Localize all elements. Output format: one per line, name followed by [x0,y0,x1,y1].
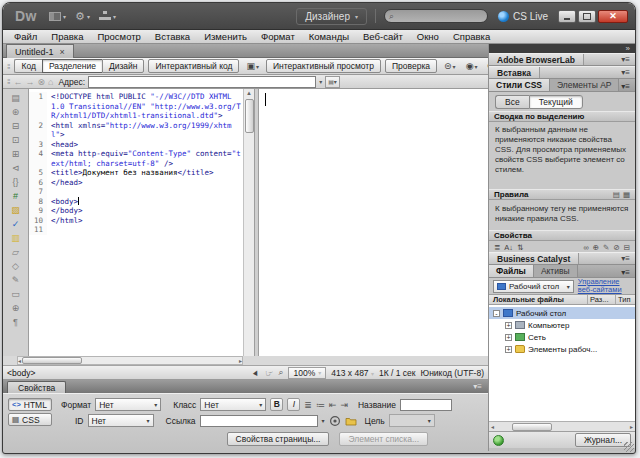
italic-button[interactable]: I [287,398,300,411]
new-css-rule-icon[interactable]: ⊕ [593,243,599,252]
scrollbar-thumb[interactable] [22,357,82,364]
show-category-view-icon[interactable]: ≣ [494,243,500,252]
css-current-button[interactable]: Текущий [529,95,583,109]
class-select[interactable]: Нет ▾ [200,398,266,411]
panel-menu-icon[interactable]: ▾≡ [621,254,630,263]
tree-item-computer[interactable]: + Компьютер [489,319,635,331]
manage-sites-link[interactable]: Управление веб-сайтами [578,278,631,295]
move-css-icon[interactable]: ⊕ [12,303,20,313]
edit-code-icon[interactable]: ✎ [12,275,20,285]
tab-files[interactable]: Файлы [489,265,534,277]
code-line[interactable]: 7 [29,187,243,197]
scroll-right-icon[interactable]: ▸ [239,357,242,364]
expand-icon[interactable]: + [505,334,512,341]
menu-modify[interactable]: Изменить [197,30,254,43]
code-line[interactable]: 4<meta http-equiv="Content-Type" content… [29,149,243,168]
show-set-properties-icon[interactable]: ⇅ [517,243,523,252]
delete-rule-icon[interactable]: ⊟ [624,243,630,252]
code-line[interactable]: 2<html xmlns="http://www.w3.org/1999/xht… [29,121,243,140]
tree-item-desktop-elements[interactable]: + Элементы рабоч... [489,343,635,355]
tab-properties[interactable]: Свойства [7,381,66,393]
panel-browserlab[interactable]: Adobe BrowserLab ▾≡ [489,53,635,66]
tree-item-desktop[interactable]: - Рабочий стол [489,307,635,319]
tab-css-styles[interactable]: Стили CSS [489,79,550,91]
tag-selector-body[interactable]: <body> [7,368,35,378]
collapse-selection-icon[interactable]: ⊡ [12,135,20,145]
open-documents-icon[interactable]: ▤ [11,93,20,103]
format-select[interactable]: Нет ▾ [95,398,161,411]
extend-dreamweaver-button[interactable]: ⚙ ▾ [75,11,90,22]
html-mode-button[interactable]: <> HTML [8,398,52,411]
panel-menu-icon[interactable]: ▾≡ [621,68,630,77]
menu-commands[interactable]: Команды [302,30,356,43]
indent-icon[interactable]: ⇥ [340,400,348,410]
window-size-select[interactable]: 413 x 487 ▾ [331,368,374,378]
tree-item-network[interactable]: + Сеть [489,331,635,343]
show-cascade-icon[interactable]: ▤ [613,190,620,199]
back-icon[interactable]: ← [13,77,22,87]
point-to-file-icon[interactable] [329,415,341,427]
panel-menu-icon[interactable]: ▾≡ [473,382,482,391]
scroll-right-icon[interactable]: ▸ [630,423,633,430]
preview-in-browser-button[interactable]: ◉▾ [463,60,481,72]
design-view-button[interactable]: Дизайн [102,59,145,73]
edit-rule-icon[interactable]: ✎ [603,243,609,252]
collapse-to-icons-icon[interactable]: » [626,45,630,53]
panel-insert[interactable]: Вставка ▾≡ [489,66,635,79]
tab-assets[interactable]: Активы [534,265,578,277]
document-tab[interactable]: Untitled-1 × [6,44,74,58]
link-dropdown-icon[interactable]: ▾ [322,417,325,424]
expand-icon[interactable]: + [505,346,512,353]
split-view-button[interactable]: Разделение [42,59,102,73]
show-list-view-icon[interactable]: A↓ [504,243,513,252]
tab-ap-elements[interactable]: Элементы AP [550,79,619,91]
layout-switcher-button[interactable]: ▾ [49,12,66,21]
hand-tool-icon[interactable]: ☞ [265,368,273,378]
remove-comment-icon[interactable]: ▱ [12,247,19,257]
site-select[interactable]: Рабочий стол ▾ [493,280,574,293]
menu-help[interactable]: Справка [446,30,497,43]
panel-business-catalyst[interactable]: Business Catalyst ▾≡ [489,252,635,265]
live-view-options-button[interactable]: ▣▾ [243,60,262,72]
home-icon[interactable]: ⌂ [48,77,53,87]
css-mode-button[interactable]: ▤ CSS [8,413,52,426]
format-source-code-icon[interactable]: ¶ [13,317,18,327]
log-button[interactable]: Журнал... [575,433,631,447]
code-line[interactable]: 9</body> [29,206,243,216]
close-button[interactable]: ✕ [598,10,628,23]
column-local-files[interactable]: Локальные файлы [489,295,587,304]
recent-snippets-icon[interactable]: ▭ [11,289,20,299]
code-line[interactable]: 3<head> [29,140,243,150]
workspace-switcher[interactable]: Дизайнер ▾ [296,8,367,25]
balance-braces-icon[interactable]: {} [12,177,18,187]
menu-window[interactable]: Окно [410,30,446,43]
select-tool-icon[interactable]: ► [251,367,263,378]
column-type[interactable]: Тип [615,295,635,304]
title-bar[interactable]: Dw ▾ ⚙ ▾ ▾ Дизайнер ▾ ⌕ CS Live [3,3,635,30]
menu-format[interactable]: Формат [254,30,302,43]
menu-file[interactable]: Файл [7,30,44,43]
wrap-tag-icon[interactable]: ◇ [12,261,19,271]
unordered-list-icon[interactable]: ≣ [304,400,312,410]
code-navigator-icon[interactable]: ⊛ [12,107,20,117]
menu-insert[interactable]: Вставка [148,30,197,43]
live-view-button[interactable]: Интерактивный просмотр [266,59,381,73]
code-line[interactable]: 10</html> [29,216,243,226]
expand-icon[interactable]: + [505,322,512,329]
scrollbar-thumb[interactable] [245,99,254,133]
zoom-tool-icon[interactable]: ⌕ [278,367,283,378]
resize-grip[interactable] [624,442,634,452]
code-editor[interactable]: 1<!DOCTYPE html PUBLIC "-//W3C//DTD XHTM… [29,89,243,356]
connect-to-server-icon[interactable] [493,435,504,446]
files-horizontal-scrollbar[interactable]: ◂ ▸ [489,421,635,432]
forward-icon[interactable]: → [25,77,34,87]
syntax-error-alerts-icon[interactable]: ✓ [12,219,20,229]
help-search[interactable]: ⌕ [384,9,488,23]
expand-all-icon[interactable]: ⊞ [12,149,20,159]
panel-menu-icon[interactable]: ▾≡ [621,82,630,91]
close-tab-icon[interactable]: × [60,47,65,57]
title-attr-input[interactable] [400,399,452,411]
address-input[interactable] [88,76,316,88]
code-vertical-scrollbar[interactable]: ▲ [243,89,254,356]
view-options-button[interactable]: ▤▾ [325,76,340,88]
